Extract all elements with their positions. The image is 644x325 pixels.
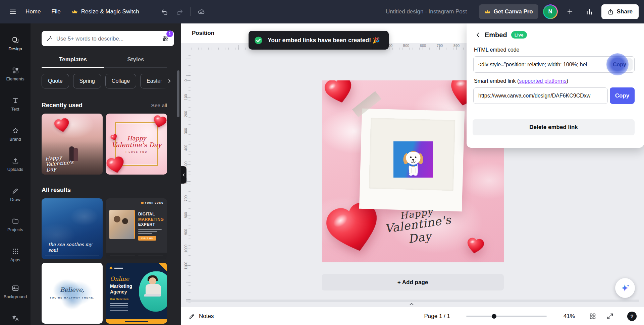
undo-button[interactable] xyxy=(157,4,172,19)
filter-chips-row: Quote Spring Collage Easter xyxy=(42,74,174,88)
zoom-slider[interactable] xyxy=(466,314,547,319)
caption-line: Valentine's Day xyxy=(112,141,161,148)
ruler-number: 1100 xyxy=(184,262,188,270)
services-title: Our Services xyxy=(110,298,128,301)
sidebar-item-uploads[interactable]: Uploads xyxy=(0,149,31,180)
avatar-initial: N xyxy=(544,5,557,18)
back-button[interactable] xyxy=(473,29,483,40)
recently-used-row: Recently used See all xyxy=(42,102,167,109)
filter-button[interactable]: 1 xyxy=(159,32,171,45)
heart-element[interactable] xyxy=(466,237,485,255)
insights-button[interactable] xyxy=(582,4,597,19)
photo-block xyxy=(109,210,135,239)
grid-view-button[interactable] xyxy=(587,311,598,322)
brand-icon xyxy=(12,127,19,134)
assistant-button[interactable] xyxy=(615,278,635,298)
chip-spring[interactable]: Spring xyxy=(73,74,101,88)
sidebar-item-elements[interactable]: Elements xyxy=(0,59,31,89)
background-icon xyxy=(12,284,19,292)
template-thumbnail[interactable]: Online Marketing Agency Our Services xyxy=(106,263,167,324)
fullscreen-button[interactable] xyxy=(604,311,616,322)
elements-icon xyxy=(12,67,19,74)
redo-button[interactable] xyxy=(172,4,187,19)
add-member-button[interactable] xyxy=(562,4,577,19)
sidebar-item-label: Uploads xyxy=(7,167,23,172)
sidebar-item-text[interactable]: Text xyxy=(0,89,31,119)
ruler-number: 0 xyxy=(184,79,188,81)
help-icon: ? xyxy=(630,313,633,319)
resize-magic-switch-button[interactable]: Resize & Magic Switch xyxy=(66,5,145,19)
panel-collapse-handle[interactable] xyxy=(181,166,186,184)
nav-rail: Design Elements Text Brand Uploads Draw … xyxy=(0,23,31,325)
toast-message: Your embed links have been created! 🎉 xyxy=(268,37,380,44)
hamburger-menu-button[interactable] xyxy=(5,4,20,19)
home-button[interactable]: Home xyxy=(20,5,46,19)
tab-styles[interactable]: Styles xyxy=(104,53,167,67)
template-thumbnail[interactable]: YOUR LOGO DIGITAL MARKETING EXPERT VISIT… xyxy=(106,198,167,259)
thumbnail-subcaption: YOU'RE HALFWAY THERE. xyxy=(42,296,103,299)
heart-element[interactable] xyxy=(322,80,356,107)
resize-label: Resize & Magic Switch xyxy=(81,8,139,15)
search-input[interactable] xyxy=(56,35,157,42)
file-label: File xyxy=(51,8,60,15)
collapse-bottom-button[interactable] xyxy=(403,302,420,307)
tab-templates[interactable]: Templates xyxy=(42,53,104,67)
dog-image-element[interactable] xyxy=(393,141,433,178)
help-button[interactable]: ? xyxy=(627,312,637,321)
placeholder-text-bars xyxy=(138,228,162,235)
label-text: ) xyxy=(567,78,568,84)
panel-scrollbar[interactable] xyxy=(177,70,179,117)
chevron-right-icon xyxy=(167,78,172,84)
share-button[interactable]: Share xyxy=(601,4,639,19)
chevron-left-icon xyxy=(475,31,481,38)
add-page-button[interactable]: + Add page xyxy=(322,274,504,290)
sidebar-item-design[interactable]: Design xyxy=(0,29,31,59)
smart-embed-link-input[interactable] xyxy=(473,87,608,104)
chip-quote[interactable]: Quote xyxy=(42,74,69,88)
chip-easter[interactable]: Easter xyxy=(140,74,168,88)
sidebar-item-label: Draw xyxy=(10,197,20,202)
get-canva-pro-button[interactable]: Get Canva Pro xyxy=(479,4,538,19)
notes-button[interactable]: Notes xyxy=(189,313,214,320)
ruler-number: 200 xyxy=(184,111,188,117)
supported-platforms-link[interactable]: supported platforms xyxy=(519,78,566,84)
template-thumbnail[interactable]: Happy Valentine's Day I LOVE YOU xyxy=(106,114,167,175)
template-thumbnail[interactable]: the sea soothes my soul xyxy=(42,198,103,259)
template-thumbnail[interactable]: Happy Valentine's Day xyxy=(42,114,103,175)
delete-embed-link-button[interactable]: Delete embed link xyxy=(473,119,635,135)
chips-next-button[interactable] xyxy=(165,76,174,86)
logo-text: YOUR LOGO xyxy=(141,202,164,204)
get-pro-label: Get Canva Pro xyxy=(494,8,533,15)
valentines-text-element[interactable]: Happy Valentine's Day xyxy=(369,202,467,251)
copy-html-button[interactable]: Copy xyxy=(606,58,633,71)
file-menu-button[interactable]: File xyxy=(46,5,66,19)
html-embed-row: Copy xyxy=(473,56,635,73)
account-avatar[interactable]: N xyxy=(543,4,558,19)
top-bar: Home File Resize & Magic Switch Untitled… xyxy=(0,0,644,23)
thumbnail-caption: the sea soothes my soul xyxy=(48,242,93,253)
document-title[interactable]: Untitled design - Instagram Post xyxy=(386,8,467,15)
template-thumbnail[interactable]: Believe, YOU'RE HALFWAY THERE. xyxy=(42,263,103,324)
sidebar-item-label: Projects xyxy=(7,227,23,232)
position-button[interactable]: Position xyxy=(187,26,219,40)
sidebar-item-apps[interactable]: Apps xyxy=(0,240,31,270)
sidebar-item-draw[interactable]: Draw xyxy=(0,180,31,210)
recently-used-title: Recently used xyxy=(42,102,83,109)
sidebar-item-background[interactable]: Background xyxy=(0,277,31,307)
save-status-button[interactable] xyxy=(194,4,209,19)
sidebar-item-brand[interactable]: Brand xyxy=(0,119,31,149)
ruler-number: 800 xyxy=(184,212,188,218)
see-all-link[interactable]: See all xyxy=(151,103,167,109)
chevron-up-icon xyxy=(408,301,415,307)
sidebar-item-translate[interactable]: Translate xyxy=(0,307,31,325)
sidebar-item-projects[interactable]: Projects xyxy=(0,210,31,240)
copy-link-button[interactable]: Copy xyxy=(610,87,635,104)
chip-collage[interactable]: Collage xyxy=(105,74,136,88)
zoom-slider-thumb[interactable] xyxy=(492,314,496,319)
title-line: Marketing xyxy=(110,283,132,289)
ruler-number: 600 xyxy=(420,44,426,48)
sidebar-item-label: Elements xyxy=(6,76,24,81)
chevron-left-icon xyxy=(182,173,186,177)
ruler-number: 700 xyxy=(184,195,188,201)
caption-line: Happy xyxy=(127,135,146,142)
